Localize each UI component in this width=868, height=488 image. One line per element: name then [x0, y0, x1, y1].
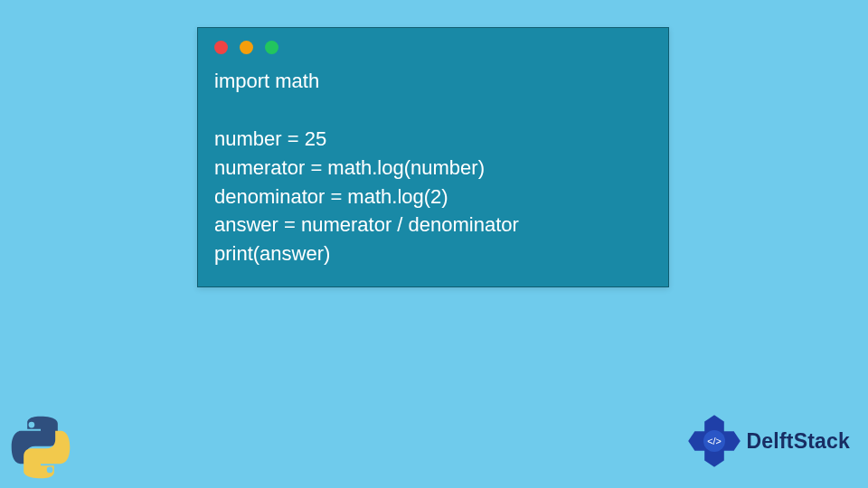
maximize-icon [265, 41, 278, 54]
code-line: print(answer) [214, 242, 330, 265]
brand-name: DelftStack [747, 429, 850, 454]
code-line: import math [214, 70, 319, 92]
code-window: import math number = 25 numerator = math… [197, 27, 669, 287]
python-logo-icon [7, 414, 74, 481]
code-line: answer = numerator / denominator [214, 213, 519, 236]
brand-badge: </> DelftStack [687, 414, 850, 468]
window-titlebar [198, 28, 668, 63]
code-body: import math number = 25 numerator = math… [198, 63, 668, 274]
brand-mark-icon: </> [687, 414, 741, 468]
code-line: numerator = math.log(number) [214, 156, 485, 179]
code-line: number = 25 [214, 127, 326, 150]
svg-text:</>: </> [707, 436, 722, 446]
close-icon [214, 41, 228, 54]
code-line: denominator = math.log(2) [214, 185, 448, 208]
minimize-icon [240, 41, 253, 54]
